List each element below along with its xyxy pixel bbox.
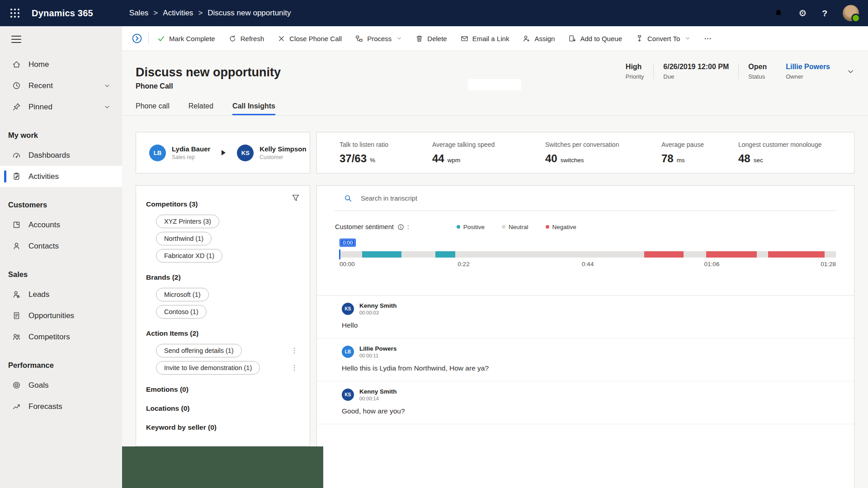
kpi-unit: wpm [448,157,461,164]
kpi-talk-to-listen-ratio: Talk to listen ratio37/63% [340,141,432,165]
sidebar-item-dashboards[interactable]: Dashboards [0,145,122,166]
chip-menu-icon[interactable]: ⋮ [291,364,298,371]
sidebar-item-forecasts[interactable]: Forecasts [0,396,122,417]
speaker-avatar: KS [342,303,354,315]
transcript-message: KSKenny Smith00:00:14Good, how are you? [317,381,854,424]
user-avatar[interactable] [843,5,859,21]
field-owner: Lillie PowersOwner [776,63,840,80]
lead-icon [12,290,21,299]
legend-neutral: Neutral [502,224,528,230]
delete-button[interactable]: Delete [409,26,453,51]
record-tabs: Phone callRelatedCall Insights [136,102,275,115]
process-button[interactable]: Process [349,26,409,51]
legend-negative: Negative [546,224,576,230]
timeline-segment-positive [435,251,455,258]
field-label-owner: Owner [786,73,830,80]
settings-gear-icon[interactable]: ⚙ [798,9,807,18]
arrow-right-icon [222,150,226,155]
sidebar-toggle-button[interactable] [11,36,21,43]
sidebar-item-recent[interactable]: Recent [0,75,122,96]
top-nav-bar: Dynamics 365 Sales > Activities > Discus… [0,0,868,26]
convert-to-button[interactable]: Convert To [629,26,697,51]
filter-sections: Competitors (3)XYZ Printers (3)Northwind… [136,200,310,432]
kpi-unit: sec [754,157,763,164]
sidebar-item-activities[interactable]: Activities [0,166,122,187]
filter-chip-invite-to-live-demonstration-1[interactable]: Invite to live demonstration (1) [156,361,260,375]
close-phone-call-button[interactable]: Close Phone Call [271,26,349,51]
transcript-message: KSKenny Smith00:00:03Hello [317,296,854,338]
sidebar-item-pinned[interactable]: Pinned [0,96,122,117]
tab-phone-call[interactable]: Phone call [136,102,170,115]
sidebar-section-sales: Sales [0,257,122,284]
page-title: Discuss new opportunity [136,66,281,80]
sentiment-row: Customer sentiment : PositiveNeutralNega… [335,223,854,230]
record-set-navigator-icon[interactable] [132,33,142,44]
speaker-name: Kenny Smith [359,302,397,309]
tab-related[interactable]: Related [189,102,213,115]
email-a-link-button[interactable]: Email a Link [454,26,516,51]
breadcrumb-item-activities[interactable]: Activities [163,9,193,18]
receiver-name: Kelly Simpson [259,145,306,153]
call-kpi-card: Talk to listen ratio37/63%Average talkin… [316,132,854,174]
sidebar-item-opportunities[interactable]: Opportunities [0,305,122,326]
filter-funnel-icon[interactable] [292,194,300,202]
chevron-down-icon [685,36,690,41]
sidebar-item-competitors[interactable]: Competitors [0,326,122,347]
field-value-due: 6/26/2019 12:00 PM [663,63,729,71]
breadcrumb-separator: > [198,9,203,18]
field-label-priority: Priority [626,73,644,80]
command-label: Convert To [647,35,680,42]
timeline-cursor[interactable] [339,249,340,259]
mark-complete-button[interactable]: Mark Complete [151,26,222,51]
record-type-label: Phone Call [136,82,173,90]
filter-chip-contoso-1[interactable]: Contoso (1) [156,305,207,319]
receiver-role: Customer [259,154,306,160]
sentiment-label: Customer sentiment [335,223,394,230]
assign-button[interactable]: Assign [516,26,561,51]
kpi-unit: switches [561,157,584,164]
chevron-down-icon[interactable] [847,68,854,75]
search-icon[interactable] [344,194,352,202]
filter-chip-fabricator-xd-1[interactable]: Fabricator XD (1) [156,249,222,263]
chip-menu-icon[interactable]: ⋮ [291,347,298,354]
more-commands-button[interactable] [697,26,718,51]
breadcrumb-item-sales[interactable]: Sales [129,9,149,18]
sidebar-item-goals[interactable]: Goals [0,375,122,396]
filter-chip-send-offering-details-1[interactable]: Send offering details (1) [156,344,242,357]
blank-patch [468,79,521,90]
check-icon [157,35,165,42]
field-value-owner[interactable]: Lillie Powers [786,63,830,71]
sentiment-timeline-bar[interactable] [340,251,836,258]
breadcrumb-item-record[interactable]: Discuss new opportunity [208,9,291,18]
receiver-avatar: KS [237,145,254,161]
command-label: Assign [534,35,555,42]
sidebar-item-contacts[interactable]: Contacts [0,235,122,257]
filter-chip-xyz-printers-3[interactable]: XYZ Printers (3) [156,215,219,228]
filter-chip-microsoft-1[interactable]: Microsoft (1) [156,288,209,301]
call-participants-card: LB Lydia Bauer Sales rep KS Kelly Simpso… [136,132,310,174]
help-icon[interactable]: ? [822,9,827,18]
sidebar-item-leads[interactable]: Leads [0,284,122,305]
contact-icon [12,242,21,250]
search-input[interactable] [360,194,633,202]
add-to-queue-button[interactable]: Add to Queue [561,26,629,51]
breadcrumb-separator: > [153,9,158,18]
sidebar-item-label: Pinned [28,103,52,112]
app-launcher-icon[interactable] [8,6,22,20]
info-icon[interactable] [397,224,404,230]
sidebar-item-accounts[interactable]: Accounts [0,214,122,235]
filter-chip-row: Microsoft (1) [156,288,310,301]
refresh-button[interactable]: Refresh [222,26,271,51]
legend-dot-positive [457,225,460,229]
sidebar-item-home[interactable]: Home [0,54,122,75]
timeline-segment-positive [362,251,401,258]
filter-chip-northwind-1[interactable]: Northwind (1) [156,232,212,245]
field-label-status: Status [748,73,767,80]
sentiment-legend: PositiveNeutralNegative [457,224,576,230]
notifications-bell-icon[interactable] [774,9,783,18]
presence-indicator [851,14,860,23]
tab-call-insights[interactable]: Call Insights [232,102,275,115]
legend-dot-negative [546,225,549,229]
legend-label: Positive [463,224,485,230]
command-label: Email a Link [472,35,509,42]
